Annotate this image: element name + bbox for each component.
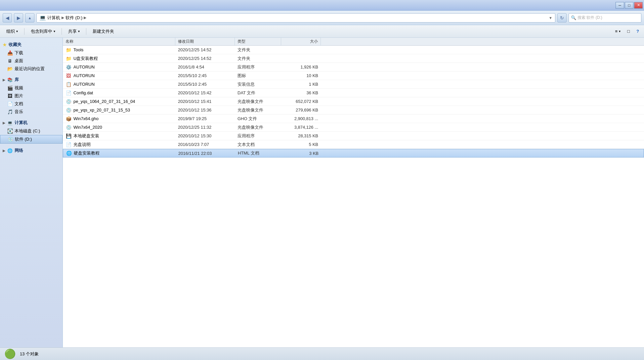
file-name: pe_yqs_1064_20_07_31_16_04 bbox=[73, 99, 135, 104]
doc-icon: 📄 bbox=[7, 101, 13, 107]
file-name: Config.dat bbox=[73, 90, 93, 95]
file-date-cell: 2020/10/12 15:42 bbox=[175, 90, 235, 95]
sidebar: ★ 收藏夹 📥 下载 🖥 桌面 📂 最近访问的位置 ▶ 📚 库 bbox=[0, 38, 63, 347]
file-type-cell: 光盘映像文件 bbox=[235, 124, 281, 130]
file-size-cell: 1,926 KB bbox=[281, 65, 321, 69]
file-icon: ⚙️ bbox=[65, 64, 71, 70]
help-button[interactable]: ? bbox=[634, 27, 641, 36]
file-name: Tools bbox=[73, 47, 83, 52]
file-date-cell: 2020/12/25 14:52 bbox=[175, 56, 235, 61]
table-row[interactable]: ⚙️ AUTORUN 2016/1/8 4:54 应用程序 1,926 KB bbox=[63, 63, 644, 71]
file-icon: 🌐 bbox=[66, 150, 72, 156]
video-label: 视频 bbox=[15, 85, 23, 91]
sidebar-header-network[interactable]: ▶ 🌐 网络 bbox=[0, 146, 63, 155]
file-type-cell: 图标 bbox=[235, 73, 281, 79]
sidebar-section-network: ▶ 🌐 网络 bbox=[0, 146, 63, 155]
preview-button[interactable]: □ bbox=[625, 27, 632, 36]
forward-button[interactable]: ▶ bbox=[14, 13, 23, 22]
search-placeholder: 搜索 软件 (D:) bbox=[578, 15, 602, 21]
file-type-cell: DAT 文件 bbox=[235, 90, 281, 96]
sidebar-header-favorites[interactable]: ★ 收藏夹 bbox=[0, 40, 63, 49]
back-button[interactable]: ◀ bbox=[3, 13, 12, 22]
table-row[interactable]: 💿 pe_yqs_1064_20_07_31_16_04 2020/10/12 … bbox=[63, 97, 644, 106]
table-row[interactable]: 📄 光盘说明 2016/10/23 7:07 文本文档 5 KB bbox=[63, 140, 644, 149]
up-button[interactable]: ▲ bbox=[25, 13, 34, 22]
table-row[interactable]: 📋 AUTORUN 2015/5/10 2:45 安装信息 1 KB bbox=[63, 80, 644, 89]
forward-icon: ▶ bbox=[17, 15, 21, 21]
table-row[interactable]: 🖼 AUTORUN 2015/5/10 2:45 图标 10 KB bbox=[63, 71, 644, 80]
sidebar-item-recent[interactable]: 📂 最近访问的位置 bbox=[0, 65, 63, 73]
refresh-button[interactable]: ↻ bbox=[557, 13, 567, 22]
file-icon: 💿 bbox=[65, 99, 71, 105]
breadcrumb[interactable]: 💻 计算机 ▶ 软件 (D:) ▶ ▼ bbox=[36, 13, 555, 22]
include-library-label: 包含到库中 bbox=[31, 28, 52, 34]
sidebar-item-desktop[interactable]: 🖥 桌面 bbox=[0, 57, 63, 65]
c-drive-icon: 💽 bbox=[7, 128, 13, 134]
file-date-cell: 2020/10/12 15:36 bbox=[175, 108, 235, 112]
include-library-button[interactable]: 包含到库中 ▾ bbox=[27, 27, 59, 36]
table-row[interactable]: 📁 Tools 2020/12/25 14:52 文件夹 bbox=[63, 46, 644, 54]
sidebar-item-music[interactable]: 🎵 音乐 bbox=[0, 108, 63, 116]
table-row[interactable]: 💿 Win7x64_2020 2020/12/25 11:32 光盘映像文件 3… bbox=[63, 123, 644, 132]
file-date-cell: 2015/5/10 2:45 bbox=[175, 73, 235, 78]
file-name-cell: 💿 Win7x64_2020 bbox=[63, 124, 175, 130]
table-row[interactable]: 📄 Config.dat 2020/10/12 15:42 DAT 文件 36 … bbox=[63, 89, 644, 97]
sidebar-item-video[interactable]: 🎬 视频 bbox=[0, 84, 63, 92]
table-row[interactable]: 📦 Win7x64.gho 2019/9/7 19:25 GHO 文件 2,90… bbox=[63, 114, 644, 123]
share-label: 共享 bbox=[68, 28, 77, 34]
computer-sidebar-label: 计算机 bbox=[15, 120, 27, 126]
file-type-cell: 文件夹 bbox=[235, 47, 281, 53]
refresh-icon: ↻ bbox=[560, 15, 564, 21]
statusbar: 🟢 13 个对象 bbox=[0, 347, 644, 360]
file-type-cell: HTML 文档 bbox=[235, 150, 281, 156]
file-size-cell: 28,315 KB bbox=[281, 133, 321, 138]
library-label: 库 bbox=[15, 77, 19, 83]
table-row[interactable]: 💾 本地硬盘安装 2020/10/12 15:30 应用程序 28,315 KB bbox=[63, 132, 644, 140]
breadcrumb-sep2: ▶ bbox=[84, 16, 86, 20]
sidebar-item-doc[interactable]: 📄 文档 bbox=[0, 100, 63, 108]
preview-icon: □ bbox=[627, 29, 630, 34]
file-size-cell: 3,874,126 ... bbox=[281, 125, 321, 130]
main-area: ★ 收藏夹 📥 下载 🖥 桌面 📂 最近访问的位置 ▶ 📚 库 bbox=[0, 38, 644, 347]
sidebar-item-d-drive[interactable]: 💿 软件 (D:) bbox=[0, 135, 63, 144]
col-header-modified[interactable]: 修改日期 bbox=[175, 38, 235, 45]
col-header-type[interactable]: 类型 bbox=[235, 38, 281, 45]
search-bar[interactable]: 🔍 搜索 软件 (D:) bbox=[569, 13, 641, 22]
col-header-name[interactable]: 名称 bbox=[63, 38, 175, 45]
sidebar-header-computer[interactable]: ▶ 💻 计算机 bbox=[0, 118, 63, 127]
file-size-cell: 2,900,813 ... bbox=[281, 116, 321, 121]
table-row[interactable]: 📁 U盘安装教程 2020/12/25 14:52 文件夹 bbox=[63, 54, 644, 63]
close-button[interactable]: ✕ bbox=[634, 2, 643, 9]
sidebar-item-download[interactable]: 📥 下载 bbox=[0, 49, 63, 57]
file-icon: 🖼 bbox=[65, 73, 71, 79]
file-size-cell: 1 KB bbox=[281, 82, 321, 87]
desktop-icon: 🖥 bbox=[7, 58, 13, 64]
file-name-cell: 📦 Win7x64.gho bbox=[63, 116, 175, 122]
breadcrumb-sep1: ▶ bbox=[62, 16, 64, 20]
table-row[interactable]: 💿 pe_yqs_xp_20_07_31_15_53 2020/10/12 15… bbox=[63, 106, 644, 114]
new-folder-button[interactable]: 新建文件夹 bbox=[89, 27, 118, 36]
file-name: Win7x64_2020 bbox=[73, 125, 102, 130]
d-drive-label: 软件 (D:) bbox=[15, 136, 32, 142]
sidebar-header-library[interactable]: ▶ 📚 库 bbox=[0, 75, 63, 84]
breadcrumb-dropdown-icon[interactable]: ▼ bbox=[549, 16, 552, 20]
file-icon: 📋 bbox=[65, 81, 71, 87]
sidebar-section-computer: ▶ 💻 计算机 💽 本地磁盘 (C:) 💿 软件 (D:) bbox=[0, 118, 63, 144]
col-header-size[interactable]: 大小 bbox=[281, 38, 321, 45]
file-type-cell: 光盘映像文件 bbox=[235, 99, 281, 105]
breadcrumb-computer[interactable]: 计算机 bbox=[47, 15, 60, 21]
view-button[interactable]: ≡ ▾ bbox=[613, 27, 623, 36]
file-type-cell: 应用程序 bbox=[235, 133, 281, 139]
table-row[interactable]: 🌐 硬盘安装教程 2016/11/21 22:03 HTML 文档 3 KB bbox=[63, 149, 644, 158]
organize-button[interactable]: 组织 ▾ bbox=[3, 27, 21, 36]
breadcrumb-drive[interactable]: 软件 (D:) bbox=[65, 15, 82, 21]
minimize-button[interactable]: ─ bbox=[616, 2, 624, 9]
sidebar-item-image[interactable]: 🖼 图片 bbox=[0, 92, 63, 100]
file-type-cell: GHO 文件 bbox=[235, 116, 281, 122]
video-icon: 🎬 bbox=[7, 85, 13, 91]
music-label: 音乐 bbox=[15, 109, 23, 115]
sidebar-item-c-drive[interactable]: 💽 本地磁盘 (C:) bbox=[0, 127, 63, 135]
maximize-button[interactable]: □ bbox=[625, 2, 633, 9]
file-name-cell: 💿 pe_yqs_1064_20_07_31_16_04 bbox=[63, 99, 175, 105]
share-button[interactable]: 共享 ▾ bbox=[64, 27, 83, 36]
